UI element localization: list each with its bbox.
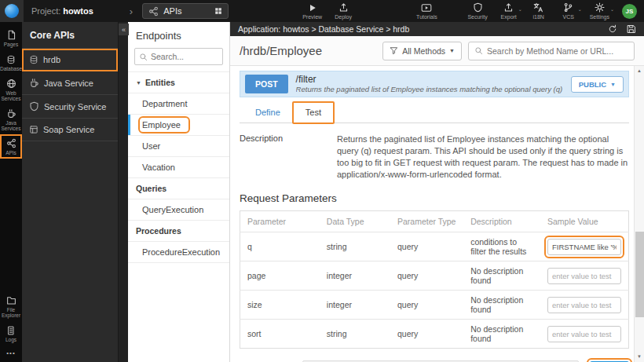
refresh-icon[interactable] <box>608 24 617 34</box>
scroll-down-arrow[interactable]: ▼ <box>635 353 644 361</box>
tutorials-icon <box>421 2 432 13</box>
table-row: pageintegerqueryNo description found <box>240 261 629 291</box>
method-search-input[interactable] <box>487 46 628 56</box>
sample-value-input-page[interactable] <box>547 268 621 284</box>
endpoints-search-input[interactable] <box>151 52 218 61</box>
sidebar-item-file-explorer[interactable]: File Explorer <box>0 291 22 321</box>
sidebar-item-java-services[interactable]: Java Services <box>0 104 22 134</box>
chevron-down-icon: ⌄ <box>518 6 522 12</box>
sidebar-item-logs[interactable]: Logs <box>0 321 22 346</box>
request-parameters-title: Request Parameters <box>240 192 629 204</box>
endpoint-item-label: User <box>142 141 160 151</box>
sample-value-input-size[interactable] <box>547 297 621 313</box>
endpoint-item-label: Department <box>142 99 187 108</box>
cell-data_type: integer <box>320 291 390 320</box>
visibility-dropdown[interactable]: PUBLIC ▼ <box>571 76 624 93</box>
endpoint-item-label: ProcedureExecution <box>142 247 220 257</box>
tutorials-button[interactable]: Tutorials <box>416 2 437 20</box>
cell-sample-value <box>540 232 629 261</box>
endpoint-item-user[interactable]: User <box>128 136 229 157</box>
tab-apis[interactable]: APIs <box>142 3 229 19</box>
project-name: howtos <box>63 6 93 16</box>
main-scrollbar-thumb[interactable] <box>635 232 644 317</box>
sidebar-item-apis[interactable]: APIs <box>0 134 22 159</box>
service-item-label: Soap Service <box>43 125 94 134</box>
endpoint-item-label: Vacation <box>142 163 175 172</box>
databases-icon <box>6 54 16 64</box>
tutorials-label: Tutorials <box>416 14 437 20</box>
sample-value-highlight <box>547 239 621 255</box>
table-row: sortstringqueryNo description found <box>240 320 629 349</box>
endpoints-section-entities[interactable]: ▼Entities <box>128 71 229 93</box>
endpoint-item-department[interactable]: Department <box>128 93 229 115</box>
sample-value-input-sort[interactable] <box>547 326 621 342</box>
preview-button[interactable]: Preview <box>302 2 322 20</box>
vcs-button[interactable]: VCS⌄ <box>560 2 577 20</box>
endpoint-item-queryexecution[interactable]: QueryExecution <box>128 199 229 221</box>
activity-bar: PagesDatabasesWeb ServicesJava ServicesA… <box>0 22 22 362</box>
more-options-button[interactable]: ••• <box>0 346 22 362</box>
i18n-icon <box>533 2 543 13</box>
i18n-button[interactable]: i18N <box>530 2 547 20</box>
sidebar-item-web-services[interactable]: Web Services <box>0 75 22 104</box>
column-header: Sample Value <box>540 211 629 232</box>
search-icon <box>474 46 483 55</box>
endpoint-item-procedureexecution[interactable]: ProcedureExecution <box>128 242 229 263</box>
cell-parameter_type: query <box>390 232 463 261</box>
main-scrollbar[interactable]: ▲ ▼ <box>634 66 644 362</box>
endpoints-section-procedures[interactable]: Procedures <box>128 220 229 242</box>
service-item-java-service[interactable]: Java Service <box>22 71 118 95</box>
methods-filter-dropdown[interactable]: All Methods ▼ <box>382 42 462 60</box>
service-item-hrdb[interactable]: hrdb <box>22 49 118 71</box>
endpoints-section-queries[interactable]: Queries <box>128 177 229 199</box>
endpoint-item-vacation[interactable]: Vacation <box>128 157 229 178</box>
api-test-content: POST /filter Returns the paginated list … <box>230 66 644 362</box>
settings-button[interactable]: Settings⌄ <box>590 2 609 20</box>
page-title: /hrdb/Employee <box>240 44 322 57</box>
sidebar-item-label: Pages <box>0 42 22 47</box>
service-item-soap-service[interactable]: Soap Service <box>22 119 118 141</box>
sidebar-item-databases[interactable]: Databases <box>0 50 22 75</box>
column-header: Parameter <box>240 211 320 232</box>
chevron-down-icon: ▼ <box>610 82 616 87</box>
deploy-button[interactable]: Deploy <box>335 2 352 20</box>
cell-data_type: integer <box>320 261 390 291</box>
endpoint-summary: Returns the paginated list of Employee i… <box>296 85 563 93</box>
scroll-up-arrow[interactable]: ▲ <box>635 67 644 75</box>
core-apis-title: Core APIs <box>22 22 118 49</box>
tab-test[interactable]: Test <box>293 102 334 123</box>
sidebar-item-label: Java Services <box>0 120 22 131</box>
cell-description: No description found <box>463 291 540 320</box>
sidebar-item-pages[interactable]: Pages <box>0 26 22 50</box>
cell-data_type: string <box>320 232 390 261</box>
cell-parameter_type: query <box>390 320 463 349</box>
endpoint-path: /filter <box>296 75 563 85</box>
cell-parameter: page <box>240 261 320 291</box>
panel-gutter: « <box>118 22 128 362</box>
collapse-panel-button[interactable]: « <box>119 24 129 35</box>
cell-description: conditions to filter the results <box>463 232 540 261</box>
hrdb-icon <box>29 55 38 64</box>
security-button[interactable]: Security <box>467 2 487 20</box>
sidebar-item-label: File Explorer <box>0 307 22 318</box>
tab-define[interactable]: Define <box>243 102 293 122</box>
wavemaker-logo-icon[interactable] <box>0 0 24 22</box>
preview-icon <box>308 2 317 13</box>
cell-sample-value <box>540 261 629 291</box>
api-endpoint-row[interactable]: POST /filter Returns the paginated list … <box>240 71 629 97</box>
topbar: Project: howtos › APIs PreviewDeployTuto… <box>0 0 644 22</box>
vcs-label: VCS <box>563 14 574 20</box>
export-button[interactable]: Export⌄ <box>500 2 518 20</box>
cell-sample-value <box>540 320 629 349</box>
sample-value-input-q[interactable] <box>547 239 621 255</box>
request-parameters-table: ParameterData TypeParameter TypeDescript… <box>240 210 629 349</box>
save-icon[interactable] <box>627 24 636 34</box>
service-item-security-service[interactable]: Security Service <box>22 95 118 119</box>
endpoints-title: Endpoints <box>128 22 229 48</box>
preview-label: Preview <box>302 14 322 20</box>
endpoint-item-employee[interactable]: Employee <box>128 115 229 136</box>
section-label: Entities <box>145 78 175 87</box>
user-avatar[interactable]: JS <box>622 4 637 19</box>
grid-icon[interactable] <box>214 7 222 15</box>
cell-parameter: q <box>240 232 320 261</box>
